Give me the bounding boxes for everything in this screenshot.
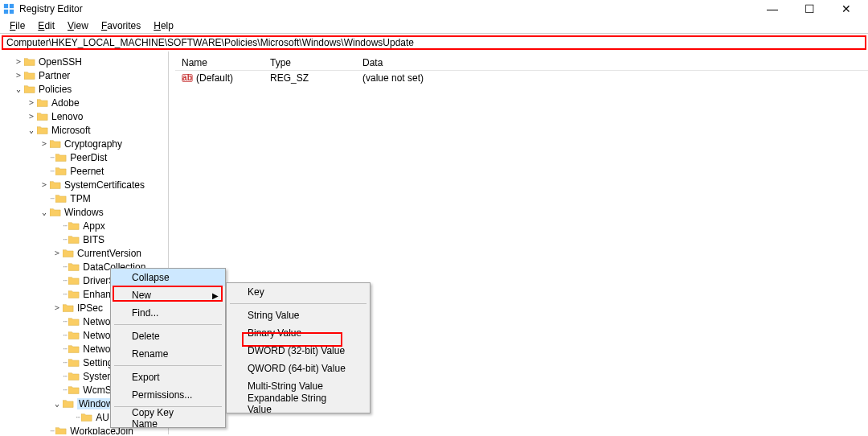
- menu-item[interactable]: Rename: [111, 345, 225, 363]
- tree-item[interactable]: >Partner: [0, 68, 168, 82]
- tree-item[interactable]: ···PeerDist: [0, 150, 168, 164]
- tree-item[interactable]: >Lenovo: [0, 109, 168, 123]
- menu-item[interactable]: New▶: [111, 286, 225, 304]
- tree-item-label: CurrentVersion: [77, 248, 141, 259]
- tree-item[interactable]: >Adobe: [0, 96, 168, 109]
- address-bar-container: Computer\HKEY_LOCAL_MACHINE\SOFTWARE\Pol…: [0, 34, 868, 51]
- tree-item[interactable]: ⌄Windows: [0, 205, 168, 219]
- menu-favorites[interactable]: Favorites: [95, 19, 147, 33]
- menu-bar: File Edit View Favorites Help: [0, 18, 868, 34]
- menu-item[interactable]: Export: [111, 368, 225, 386]
- menu-item[interactable]: QWORD (64-bit) Value: [227, 360, 370, 377]
- tree-item-label: Appx: [83, 220, 104, 232]
- tree-item[interactable]: ⌄Microsoft: [0, 123, 168, 137]
- address-bar[interactable]: Computer\HKEY_LOCAL_MACHINE\SOFTWARE\Pol…: [2, 35, 866, 50]
- menu-item[interactable]: Collapse: [111, 269, 225, 286]
- col-header-name[interactable]: Name: [175, 57, 264, 68]
- menu-item[interactable]: Delete: [111, 327, 225, 345]
- value-type: REG_SZ: [264, 72, 356, 84]
- menu-view[interactable]: View: [61, 19, 95, 33]
- col-header-data[interactable]: Data: [356, 57, 868, 68]
- value-data: (value not set): [356, 72, 868, 84]
- tree-item[interactable]: ···TPM: [0, 191, 168, 205]
- menu-item[interactable]: DWORD (32-bit) Value: [227, 342, 370, 360]
- tree-item[interactable]: ⌄Policies: [0, 82, 168, 96]
- context-menu-key[interactable]: CollapseNew▶Find...DeleteRenameExportPer…: [110, 268, 226, 428]
- tree-item[interactable]: >SystemCertificates: [0, 178, 168, 191]
- submenu-arrow-icon: ▶: [212, 291, 219, 300]
- list-row[interactable]: ab (Default) REG_SZ (value not set): [175, 71, 868, 85]
- col-header-type[interactable]: Type: [264, 57, 356, 68]
- svg-text:ab: ab: [182, 72, 192, 82]
- tree-item[interactable]: ···Appx: [0, 219, 168, 232]
- svg-rect-2: [4, 10, 8, 14]
- menu-edit[interactable]: Edit: [31, 19, 61, 33]
- maximize-button[interactable]: ☐: [791, 0, 828, 18]
- tree-item[interactable]: ···BITS: [0, 232, 168, 246]
- tree-item[interactable]: >Cryptography: [0, 137, 168, 150]
- window-controls: — ☐ ✕: [754, 0, 865, 18]
- tree-item-label: TPM: [70, 193, 90, 204]
- value-name: (Default): [196, 72, 233, 84]
- menu-separator: [114, 324, 222, 325]
- regedit-icon: [3, 3, 14, 14]
- address-text: Computer\HKEY_LOCAL_MACHINE\SOFTWARE\Pol…: [6, 37, 414, 48]
- tree-item-label: SystemCertificates: [64, 179, 145, 191]
- svg-rect-0: [4, 4, 8, 8]
- tree-item-label: Partner: [39, 70, 70, 81]
- list-header: Name Type Data: [175, 55, 868, 71]
- tree-item-label: Microsoft: [51, 125, 91, 136]
- tree-item-label: BITS: [83, 234, 104, 245]
- tree-item-label: Policies: [39, 84, 72, 95]
- menu-help[interactable]: Help: [147, 19, 180, 33]
- tree-item-label: OpenSSH: [39, 56, 82, 68]
- menu-item[interactable]: Permissions...: [111, 386, 225, 404]
- tree-item[interactable]: >OpenSSH: [0, 55, 168, 68]
- tree-item-label: PeerDist: [70, 152, 107, 163]
- menu-item[interactable]: Binary Value: [227, 324, 370, 342]
- window-title: Registry Editor: [19, 3, 754, 14]
- tree-item-label: Cryptography: [64, 138, 122, 150]
- string-value-icon: ab: [182, 72, 193, 84]
- menu-separator: [230, 303, 366, 304]
- menu-file[interactable]: File: [3, 19, 31, 33]
- minimize-button[interactable]: —: [754, 0, 791, 18]
- context-menu-new[interactable]: KeyString ValueBinary ValueDWORD (32-bit…: [226, 282, 371, 413]
- tree-item[interactable]: ···Peernet: [0, 164, 168, 178]
- menu-separator: [114, 365, 222, 366]
- svg-rect-1: [10, 4, 14, 8]
- tree-item-label: Lenovo: [51, 111, 83, 122]
- svg-rect-3: [10, 10, 14, 14]
- tree-item-label: Peernet: [70, 166, 104, 177]
- tree-item-label: IPSec: [77, 302, 103, 314]
- title-bar: Registry Editor — ☐ ✕: [0, 0, 868, 18]
- tree-item-label: AU: [96, 412, 109, 423]
- menu-item[interactable]: Find...: [111, 304, 225, 322]
- menu-item[interactable]: Expandable String Value: [227, 395, 370, 413]
- menu-item[interactable]: Copy Key Name: [111, 409, 225, 427]
- menu-item[interactable]: Key: [227, 283, 370, 301]
- menu-item[interactable]: String Value: [227, 306, 370, 324]
- tree-item[interactable]: >CurrentVersion: [0, 246, 168, 260]
- close-button[interactable]: ✕: [828, 0, 865, 18]
- tree-item-label: Windows: [64, 207, 104, 218]
- tree-item-label: Adobe: [51, 97, 80, 109]
